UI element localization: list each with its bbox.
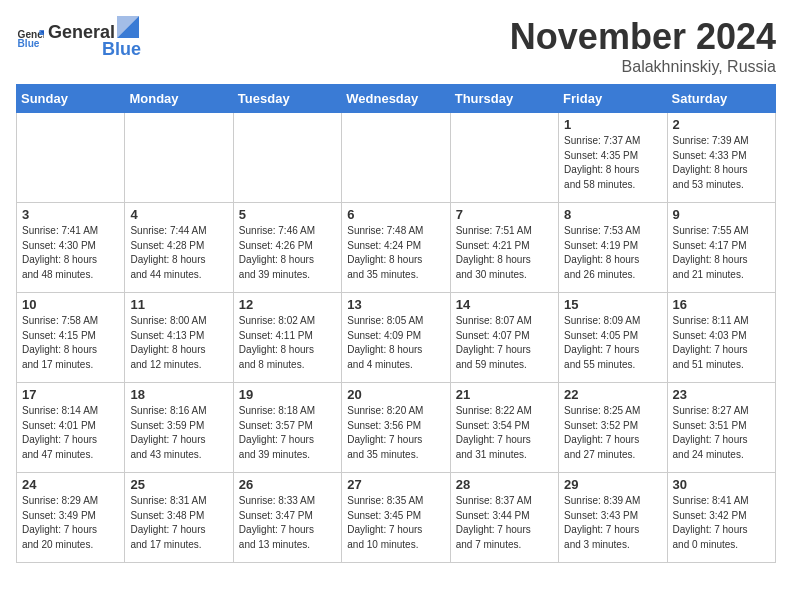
calendar-cell: 17Sunrise: 8:14 AMSunset: 4:01 PMDayligh… [17, 383, 125, 473]
day-number: 6 [347, 207, 444, 222]
week-row-4: 17Sunrise: 8:14 AMSunset: 4:01 PMDayligh… [17, 383, 776, 473]
calendar-table: SundayMondayTuesdayWednesdayThursdayFrid… [16, 84, 776, 563]
calendar-cell: 30Sunrise: 8:41 AMSunset: 3:42 PMDayligh… [667, 473, 775, 563]
header-monday: Monday [125, 85, 233, 113]
header-tuesday: Tuesday [233, 85, 341, 113]
day-info: Sunrise: 7:48 AMSunset: 4:24 PMDaylight:… [347, 224, 444, 282]
day-number: 29 [564, 477, 661, 492]
day-number: 18 [130, 387, 227, 402]
calendar-cell: 13Sunrise: 8:05 AMSunset: 4:09 PMDayligh… [342, 293, 450, 383]
day-info: Sunrise: 8:18 AMSunset: 3:57 PMDaylight:… [239, 404, 336, 462]
calendar-cell: 3Sunrise: 7:41 AMSunset: 4:30 PMDaylight… [17, 203, 125, 293]
day-info: Sunrise: 8:02 AMSunset: 4:11 PMDaylight:… [239, 314, 336, 372]
header-saturday: Saturday [667, 85, 775, 113]
calendar-cell [125, 113, 233, 203]
day-number: 2 [673, 117, 770, 132]
day-info: Sunrise: 8:29 AMSunset: 3:49 PMDaylight:… [22, 494, 119, 552]
location: Balakhninskiy, Russia [510, 58, 776, 76]
day-number: 1 [564, 117, 661, 132]
calendar-cell: 27Sunrise: 8:35 AMSunset: 3:45 PMDayligh… [342, 473, 450, 563]
calendar-cell: 21Sunrise: 8:22 AMSunset: 3:54 PMDayligh… [450, 383, 558, 473]
day-number: 12 [239, 297, 336, 312]
day-number: 7 [456, 207, 553, 222]
logo-triangle-icon [117, 16, 139, 38]
day-info: Sunrise: 8:31 AMSunset: 3:48 PMDaylight:… [130, 494, 227, 552]
calendar-cell: 6Sunrise: 7:48 AMSunset: 4:24 PMDaylight… [342, 203, 450, 293]
day-info: Sunrise: 7:58 AMSunset: 4:15 PMDaylight:… [22, 314, 119, 372]
calendar-header-row: SundayMondayTuesdayWednesdayThursdayFrid… [17, 85, 776, 113]
calendar-cell: 14Sunrise: 8:07 AMSunset: 4:07 PMDayligh… [450, 293, 558, 383]
header-thursday: Thursday [450, 85, 558, 113]
day-number: 8 [564, 207, 661, 222]
day-number: 10 [22, 297, 119, 312]
calendar-cell: 2Sunrise: 7:39 AMSunset: 4:33 PMDaylight… [667, 113, 775, 203]
day-info: Sunrise: 8:20 AMSunset: 3:56 PMDaylight:… [347, 404, 444, 462]
day-info: Sunrise: 7:55 AMSunset: 4:17 PMDaylight:… [673, 224, 770, 282]
day-number: 4 [130, 207, 227, 222]
day-number: 26 [239, 477, 336, 492]
page-header: General Blue General Blue November 2024 … [16, 16, 776, 76]
day-number: 25 [130, 477, 227, 492]
day-info: Sunrise: 7:44 AMSunset: 4:28 PMDaylight:… [130, 224, 227, 282]
day-info: Sunrise: 7:53 AMSunset: 4:19 PMDaylight:… [564, 224, 661, 282]
week-row-5: 24Sunrise: 8:29 AMSunset: 3:49 PMDayligh… [17, 473, 776, 563]
calendar-cell: 25Sunrise: 8:31 AMSunset: 3:48 PMDayligh… [125, 473, 233, 563]
calendar-cell: 5Sunrise: 7:46 AMSunset: 4:26 PMDaylight… [233, 203, 341, 293]
calendar-cell: 9Sunrise: 7:55 AMSunset: 4:17 PMDaylight… [667, 203, 775, 293]
day-info: Sunrise: 8:27 AMSunset: 3:51 PMDaylight:… [673, 404, 770, 462]
day-number: 16 [673, 297, 770, 312]
calendar-cell: 11Sunrise: 8:00 AMSunset: 4:13 PMDayligh… [125, 293, 233, 383]
calendar-cell: 4Sunrise: 7:44 AMSunset: 4:28 PMDaylight… [125, 203, 233, 293]
day-info: Sunrise: 8:16 AMSunset: 3:59 PMDaylight:… [130, 404, 227, 462]
calendar-cell: 15Sunrise: 8:09 AMSunset: 4:05 PMDayligh… [559, 293, 667, 383]
calendar-cell: 24Sunrise: 8:29 AMSunset: 3:49 PMDayligh… [17, 473, 125, 563]
day-info: Sunrise: 8:25 AMSunset: 3:52 PMDaylight:… [564, 404, 661, 462]
day-info: Sunrise: 8:07 AMSunset: 4:07 PMDaylight:… [456, 314, 553, 372]
day-number: 17 [22, 387, 119, 402]
day-number: 20 [347, 387, 444, 402]
day-info: Sunrise: 8:37 AMSunset: 3:44 PMDaylight:… [456, 494, 553, 552]
calendar-cell: 20Sunrise: 8:20 AMSunset: 3:56 PMDayligh… [342, 383, 450, 473]
calendar-cell [233, 113, 341, 203]
calendar-cell [17, 113, 125, 203]
header-friday: Friday [559, 85, 667, 113]
day-number: 19 [239, 387, 336, 402]
svg-text:Blue: Blue [18, 38, 40, 49]
day-info: Sunrise: 8:11 AMSunset: 4:03 PMDaylight:… [673, 314, 770, 372]
calendar-cell [450, 113, 558, 203]
day-number: 30 [673, 477, 770, 492]
day-number: 3 [22, 207, 119, 222]
calendar-cell: 16Sunrise: 8:11 AMSunset: 4:03 PMDayligh… [667, 293, 775, 383]
day-info: Sunrise: 8:39 AMSunset: 3:43 PMDaylight:… [564, 494, 661, 552]
day-number: 23 [673, 387, 770, 402]
day-info: Sunrise: 7:39 AMSunset: 4:33 PMDaylight:… [673, 134, 770, 192]
day-number: 5 [239, 207, 336, 222]
calendar-cell: 10Sunrise: 7:58 AMSunset: 4:15 PMDayligh… [17, 293, 125, 383]
day-number: 14 [456, 297, 553, 312]
day-number: 15 [564, 297, 661, 312]
calendar-cell: 18Sunrise: 8:16 AMSunset: 3:59 PMDayligh… [125, 383, 233, 473]
day-info: Sunrise: 8:33 AMSunset: 3:47 PMDaylight:… [239, 494, 336, 552]
logo-blue: Blue [102, 39, 141, 59]
week-row-3: 10Sunrise: 7:58 AMSunset: 4:15 PMDayligh… [17, 293, 776, 383]
calendar-cell: 26Sunrise: 8:33 AMSunset: 3:47 PMDayligh… [233, 473, 341, 563]
day-info: Sunrise: 8:22 AMSunset: 3:54 PMDaylight:… [456, 404, 553, 462]
week-row-1: 1Sunrise: 7:37 AMSunset: 4:35 PMDaylight… [17, 113, 776, 203]
day-number: 13 [347, 297, 444, 312]
day-info: Sunrise: 8:00 AMSunset: 4:13 PMDaylight:… [130, 314, 227, 372]
calendar-cell: 8Sunrise: 7:53 AMSunset: 4:19 PMDaylight… [559, 203, 667, 293]
calendar-cell: 29Sunrise: 8:39 AMSunset: 3:43 PMDayligh… [559, 473, 667, 563]
calendar-cell: 23Sunrise: 8:27 AMSunset: 3:51 PMDayligh… [667, 383, 775, 473]
day-number: 21 [456, 387, 553, 402]
calendar-cell: 7Sunrise: 7:51 AMSunset: 4:21 PMDaylight… [450, 203, 558, 293]
day-info: Sunrise: 8:05 AMSunset: 4:09 PMDaylight:… [347, 314, 444, 372]
calendar-cell: 1Sunrise: 7:37 AMSunset: 4:35 PMDaylight… [559, 113, 667, 203]
logo: General Blue General Blue [16, 16, 141, 60]
day-number: 9 [673, 207, 770, 222]
day-number: 11 [130, 297, 227, 312]
day-info: Sunrise: 8:35 AMSunset: 3:45 PMDaylight:… [347, 494, 444, 552]
day-info: Sunrise: 7:51 AMSunset: 4:21 PMDaylight:… [456, 224, 553, 282]
calendar-cell: 28Sunrise: 8:37 AMSunset: 3:44 PMDayligh… [450, 473, 558, 563]
day-number: 27 [347, 477, 444, 492]
day-number: 28 [456, 477, 553, 492]
